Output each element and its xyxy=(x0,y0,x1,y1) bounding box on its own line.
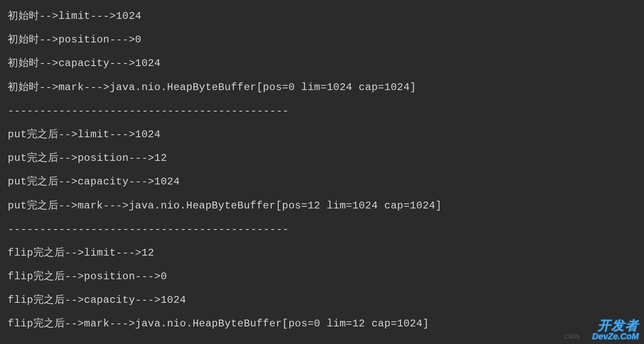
separator-line: ----------------------------------------… xyxy=(8,99,636,123)
output-line: put完之后-->limit--->1024 xyxy=(8,123,636,146)
output-line: flip完之后-->capacity--->1024 xyxy=(8,288,636,312)
csdn-watermark: CSDN xyxy=(564,331,580,343)
output-line: 初始时-->limit--->1024 xyxy=(8,4,636,28)
output-line: put完之后-->capacity--->1024 xyxy=(8,170,636,193)
output-line: flip完之后-->limit--->12 xyxy=(8,241,636,265)
output-line: 初始时-->mark--->java.nio.HeapByteBuffer[po… xyxy=(8,75,636,99)
output-line: flip完之后-->position--->0 xyxy=(8,265,636,288)
output-line: put完之后-->position--->12 xyxy=(8,146,636,170)
separator-line: ----------------------------------------… xyxy=(8,217,636,241)
output-line: flip完之后-->mark--->java.nio.HeapByteBuffe… xyxy=(8,312,636,335)
output-line: 初始时-->capacity--->1024 xyxy=(8,51,636,75)
output-line: put完之后-->mark--->java.nio.HeapByteBuffer… xyxy=(8,194,636,217)
output-line: 初始时-->position--->0 xyxy=(8,28,636,51)
console-output: 初始时-->limit--->1024 初始时-->position--->0 … xyxy=(8,4,636,336)
